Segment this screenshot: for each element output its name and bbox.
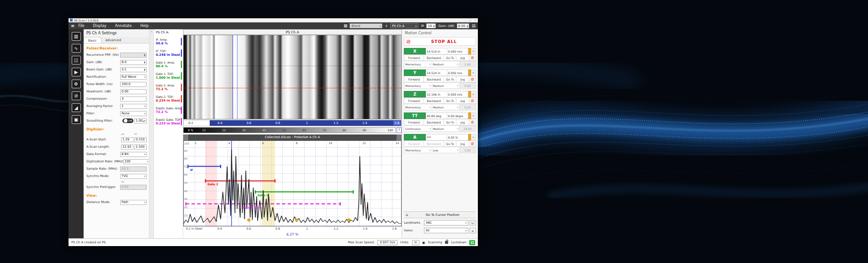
units-value[interactable]: in [412, 240, 419, 245]
bscan-vertical-cursor[interactable] [237, 35, 238, 119]
home-combo[interactable]: All▾ [424, 228, 468, 233]
forward-button[interactable]: Forward [404, 54, 424, 61]
backward-button[interactable]: Backward [424, 76, 444, 82]
collapse-left-icon[interactable]: ‹ [149, 29, 153, 34]
list-icon[interactable]: ≡ [421, 24, 424, 28]
channel-combo[interactable]: PS Ch A ▾ [390, 23, 418, 28]
menu-burger-icon[interactable]: ≡ [71, 23, 74, 28]
jog-button[interactable]: Jog [456, 97, 469, 104]
goto-cursor-position-button[interactable]: + Go To Cursor Position [404, 211, 476, 218]
bscan-image[interactable] [183, 35, 402, 119]
axis-expand-button[interactable]: ▾ [471, 70, 476, 76]
rectification-field[interactable]: Full Wave▾ [120, 75, 147, 80]
menu-help[interactable]: Help ⌄ [140, 24, 152, 28]
bscan-view-icon[interactable]: ◫ [72, 56, 81, 64]
digitization-rate-mhz-field[interactable]: 100▾ [123, 159, 149, 164]
forward-button[interactable]: Forward [404, 140, 424, 147]
axis-mode-select[interactable]: Momentary▾ [404, 147, 432, 153]
axis-expand-button[interactable]: ▾ [471, 113, 476, 119]
axis-speed-select[interactable]: Medium▾ [432, 125, 460, 132]
backward-button[interactable]: Backward [424, 54, 444, 61]
layout-combo[interactable]: Blank ▾ [349, 23, 382, 28]
help-button[interactable]: ? [397, 127, 402, 133]
jog-button[interactable]: Jog [456, 76, 469, 82]
ascan-titlebar-cap-right[interactable] [397, 134, 402, 140]
jog-button[interactable]: Jog [456, 54, 469, 61]
backward-button[interactable]: Backward [424, 97, 444, 104]
backward-button[interactable]: Backward [424, 119, 444, 125]
maximize-button[interactable]: □ [469, 19, 471, 21]
go-to-button[interactable]: Go To [444, 54, 457, 61]
headroom-db-field[interactable]: 0.00 [120, 89, 147, 94]
go-to-button[interactable]: Go To [444, 97, 457, 104]
acquisition-settings-icon[interactable]: ⚙ [72, 80, 81, 88]
spinner-arrows-icon[interactable]: ▲▼ [144, 68, 145, 71]
axis-disable-icon[interactable]: ⊘ [469, 97, 476, 104]
smoothing-value-field[interactable]: 1.00▲▼ [134, 118, 147, 123]
smoothing-toggle[interactable]: Off [122, 118, 133, 123]
axis-mode-select[interactable]: Momentary▾ [404, 82, 432, 89]
axis-disable-icon[interactable]: ⊘ [469, 140, 476, 147]
menu-file[interactable]: File ⌄ [78, 24, 87, 28]
axis-disable-icon[interactable]: ⊘ [469, 54, 476, 61]
close-button[interactable]: × [474, 19, 476, 21]
axis-mode-select[interactable]: Momentary▾ [404, 104, 432, 110]
connection-status-button[interactable] [469, 240, 475, 245]
axis-speed-select[interactable]: Low▾ [432, 147, 460, 153]
beam-gain-db-field[interactable]: 3.1▲▼ [120, 67, 147, 72]
menu-annotate[interactable]: Annotate ⌄ [115, 24, 135, 28]
landmark-select-icon[interactable]: ☑ [470, 220, 476, 225]
layout-grid-icon[interactable]: ▦ [344, 24, 348, 28]
axis-expand-button[interactable]: ▾ [471, 48, 476, 54]
filter-field[interactable]: None▾ [120, 111, 147, 116]
spinner-arrows-icon[interactable]: ▲▼ [466, 25, 468, 27]
value-field-us[interactable]: 12.92 [121, 145, 133, 150]
forward-button[interactable]: Forward [404, 119, 424, 125]
menu-display[interactable]: Display ⌄ [93, 24, 110, 28]
bscan-axis-bar[interactable]: 1.6 0.20.40.60.811.21.4 [183, 120, 402, 126]
go-to-button[interactable]: Go To [444, 140, 457, 147]
go-to-button[interactable]: Go To [444, 119, 457, 125]
pulse-width-ns-field[interactable]: 100.0 [120, 82, 147, 87]
scan-view-icon[interactable]: ▥ [72, 32, 81, 41]
axis-speed-select[interactable]: Medium▾ [432, 82, 460, 89]
value-field-in[interactable]: 1.500 [134, 145, 147, 150]
play-icon[interactable]: ▶ [72, 68, 81, 76]
forward-button[interactable]: Forward [404, 76, 424, 82]
prf-spinner[interactable]: 10 ▲▼ [426, 23, 436, 28]
print-icon[interactable]: ▤ [471, 24, 476, 28]
compression-field[interactable]: 3 [120, 97, 147, 102]
value-field-us[interactable]: 1.29 [121, 137, 133, 142]
data-format-field[interactable]: 8 Bit▾ [120, 152, 147, 157]
tab-basic[interactable]: Basic [84, 37, 101, 43]
axis-speed-select[interactable]: Medium▾ [432, 61, 460, 67]
averaging-factor-field[interactable]: 1▾ [120, 104, 147, 109]
jog-button[interactable]: Jog [456, 140, 469, 147]
spinner-arrows-icon[interactable]: ▲▼ [144, 54, 145, 56]
ascan-view-icon[interactable]: ∿ [72, 44, 81, 53]
forward-button[interactable]: Forward [404, 97, 424, 104]
go-to-button[interactable]: Go To [444, 76, 457, 82]
spinner-arrows-icon[interactable]: ▲▼ [144, 61, 145, 64]
lockdown-label[interactable]: Lockdown [451, 241, 466, 244]
snapshot-icon[interactable]: ▣ [72, 115, 81, 124]
bscan-vertical-cursor[interactable] [233, 35, 233, 119]
jog-button[interactable]: Jog [456, 119, 469, 125]
landmarks-combo[interactable]: ABC▾ [424, 220, 468, 225]
axis-mode-select[interactable]: Continuous▾ [404, 125, 432, 132]
bscan-red-cursor[interactable] [184, 88, 401, 88]
axis-expand-button[interactable]: ▾ [471, 134, 476, 140]
home-icon[interactable]: ⌂ [470, 228, 476, 233]
axis-expand-button[interactable]: ▾ [471, 91, 476, 97]
distance-mode-field[interactable]: Path▾ [120, 200, 147, 205]
disable-channel-icon[interactable]: ⊘ [72, 91, 81, 100]
ascan-plot[interactable]: IFGate 2Gate 1Elastic Gate 2468101214 10… [183, 140, 402, 226]
panel-collapse-strip[interactable]: ‹ [149, 29, 154, 238]
stop-all-button[interactable]: ⊘ STOP ALL [404, 37, 476, 46]
ascan-titlebar-cap-left[interactable] [183, 134, 188, 140]
spinner-arrows-icon[interactable]: ▲▼ [433, 25, 434, 27]
axis-speed-select[interactable]: Medium▾ [432, 104, 460, 110]
backward-button[interactable]: Backward [424, 140, 444, 147]
synchro-mode-field[interactable]: TVG▾ [120, 174, 147, 179]
axis-mode-select[interactable]: Momentary▾ [404, 61, 432, 67]
